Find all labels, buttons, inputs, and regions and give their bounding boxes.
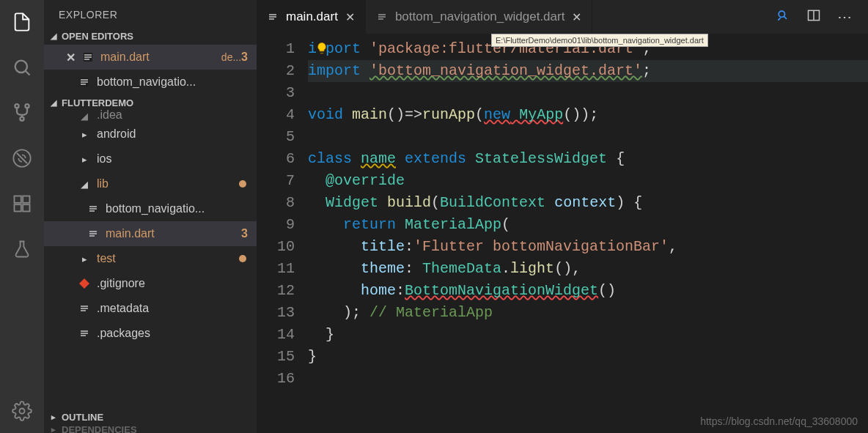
close-icon[interactable]: ✕: [345, 10, 355, 24]
svg-line-1: [26, 71, 29, 75]
search-icon[interactable]: [10, 56, 34, 79]
folder-item[interactable]: ◢lib: [44, 171, 257, 196]
folder-item[interactable]: ▸android: [44, 122, 257, 147]
chevron-down-icon: ◢: [78, 179, 91, 190]
svg-point-10: [20, 409, 25, 414]
modified-dot: [239, 180, 246, 188]
code-editor[interactable]: 12345678910111213141516 i port 'package:…: [257, 34, 868, 433]
explorer-sidebar: EXPLORER ◢ OPEN EDITORS ✕ main.dart de..…: [44, 0, 257, 433]
file-item[interactable]: .gitignore: [44, 271, 257, 296]
code-line[interactable]: import 'bottom_navigation_widget.dart';: [308, 60, 868, 82]
explorer-title: EXPLORER: [44, 0, 257, 28]
line-gutter: 12345678910111213141516: [257, 38, 308, 433]
chevron-down-icon: ◢: [50, 98, 57, 108]
file-item[interactable]: bottom_navigatio...: [44, 196, 257, 221]
open-editor-item[interactable]: ✕ main.dart de... 3: [44, 45, 257, 70]
modified-dot: [239, 255, 246, 262]
svg-point-0: [15, 61, 27, 73]
code-line[interactable]: [308, 82, 868, 104]
code-line[interactable]: return MaterialApp(: [308, 214, 868, 236]
flask-icon[interactable]: [10, 237, 34, 261]
open-editor-item[interactable]: bottom_navigatio...: [44, 70, 257, 95]
file-icon: [87, 203, 100, 215]
file-icon: [78, 303, 91, 314]
folder-item[interactable]: ◢.idea: [44, 111, 257, 122]
more-icon[interactable]: ⋯: [837, 8, 852, 26]
path-tooltip: E:\FlutterDemo\demo01\lib\bottom_navigat…: [491, 34, 708, 47]
lightbulb-icon[interactable]: [315, 40, 328, 62]
code-line[interactable]: theme: ThemeData.light(),: [308, 258, 868, 280]
svg-point-13: [779, 11, 784, 17]
svg-rect-6: [15, 196, 21, 203]
svg-point-4: [20, 117, 23, 121]
file-item[interactable]: main.dart3: [44, 221, 257, 246]
file-item[interactable]: .packages: [44, 321, 257, 346]
dart-file-icon: [81, 51, 95, 63]
close-icon[interactable]: ✕: [572, 10, 581, 24]
code-line[interactable]: Widget build(BuildContext context) {: [308, 192, 868, 214]
dart-file-icon: [267, 11, 279, 23]
watermark: https://blog.csdn.net/qq_33608000: [700, 415, 858, 427]
chevron-right-icon: ▸: [78, 154, 91, 165]
chevron-right-icon: ▸: [78, 253, 91, 264]
svg-point-3: [25, 104, 29, 108]
svg-point-2: [15, 104, 18, 108]
settings-gear-icon[interactable]: [10, 399, 34, 423]
debug-icon[interactable]: [10, 147, 34, 170]
code-line[interactable]: }: [308, 324, 868, 346]
code-line[interactable]: ); // MaterialApp: [308, 302, 868, 324]
code-line[interactable]: home:BottomNavigationWidget(): [308, 280, 868, 302]
chevron-right-icon: ▸: [50, 426, 57, 433]
explorer-icon[interactable]: [10, 10, 34, 34]
file-icon: [87, 228, 100, 240]
open-editors-header[interactable]: ◢ OPEN EDITORS: [44, 28, 257, 45]
tab-main-dart[interactable]: main.dart ✕: [257, 0, 366, 34]
svg-rect-7: [23, 196, 29, 203]
code-line[interactable]: [308, 368, 868, 390]
chevron-down-icon: ◢: [50, 32, 57, 41]
close-icon[interactable]: ✕: [66, 51, 76, 64]
dart-file-icon: [376, 11, 388, 23]
chevron-down-icon: ◢: [78, 111, 91, 122]
file-icon: [78, 327, 91, 339]
code-line[interactable]: title:'Flutter bottomNavigationBar',: [308, 236, 868, 258]
tab-bottom-nav-widget[interactable]: bottom_navigation_widget.dart ✕: [366, 0, 593, 34]
find-replace-icon[interactable]: [776, 8, 790, 26]
editor-group: main.dart ✕ bottom_navigation_widget.dar…: [257, 0, 868, 433]
code-line[interactable]: void main()=>runApp(new MyApp());: [308, 104, 868, 126]
file-icon: [78, 278, 91, 289]
chevron-right-icon: ▸: [50, 412, 57, 422]
extensions-icon[interactable]: [10, 192, 34, 215]
tab-bar: main.dart ✕ bottom_navigation_widget.dar…: [257, 0, 868, 34]
outline-header[interactable]: ▸ OUTLINE: [44, 409, 257, 426]
dependencies-header[interactable]: ▸ DEPENDENCIES: [44, 426, 257, 433]
svg-rect-9: [23, 204, 29, 211]
folder-item[interactable]: ▸ios: [44, 147, 257, 171]
code-line[interactable]: }: [308, 346, 868, 368]
file-item[interactable]: .metadata: [44, 296, 257, 321]
source-control-icon[interactable]: [10, 101, 34, 125]
chevron-right-icon: ▸: [78, 129, 91, 140]
dart-file-icon: [78, 76, 91, 88]
code-line[interactable]: @override: [308, 170, 868, 192]
svg-rect-8: [15, 204, 21, 211]
code-line[interactable]: [308, 126, 868, 148]
activity-bar: [0, 0, 44, 433]
split-editor-icon[interactable]: [806, 8, 821, 26]
code-line[interactable]: class name extends StatelessWidget {: [308, 148, 868, 170]
folder-item[interactable]: ▸test: [44, 246, 257, 271]
